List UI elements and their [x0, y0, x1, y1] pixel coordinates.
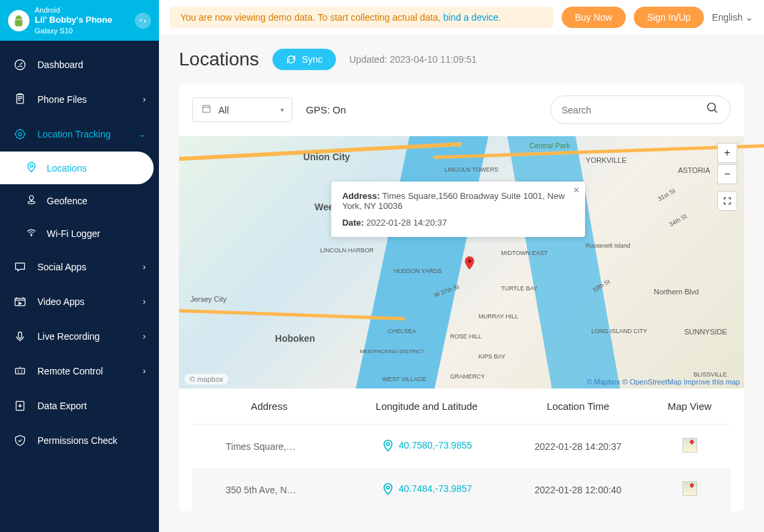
- wifi-icon: [25, 226, 37, 240]
- sync-button[interactable]: Sync: [272, 49, 336, 70]
- col-lonlat: Longitude and Latitude: [346, 388, 508, 425]
- table-header-row: Address Longitude and Latitude Location …: [192, 388, 731, 425]
- live-recording-icon: [13, 330, 27, 343]
- svg-rect-9: [15, 368, 24, 374]
- map-view-icon[interactable]: [683, 481, 697, 496]
- svg-rect-11: [203, 105, 210, 112]
- sidebar-subitem-geofence[interactable]: Geofence: [0, 184, 159, 217]
- map-label: LINCOLN HARBOR: [321, 247, 374, 254]
- demo-notice-post: .: [498, 12, 501, 23]
- remote-control-icon: [13, 364, 27, 378]
- permissions-check-icon: [13, 434, 27, 447]
- map-label: WEST VILLAGE: [383, 376, 427, 382]
- fullscreen-button[interactable]: [717, 191, 737, 211]
- sidebar-subitem-wifi-logger[interactable]: Wi-Fi Logger: [0, 217, 159, 250]
- map-view-icon[interactable]: [683, 438, 697, 453]
- location-pin-icon: [381, 482, 395, 497]
- popup-address-label: Address:: [342, 191, 379, 201]
- sidebar-item-phone-files[interactable]: Phone Files ›: [0, 82, 159, 117]
- page-header: Locations Sync Updated: 2023-04-10 11:09…: [179, 49, 744, 70]
- sidebar-item-label: Phone Files: [37, 94, 87, 105]
- chevron-right-icon: ›: [143, 366, 146, 376]
- map-label: 34th St: [668, 212, 688, 228]
- sidebar-item-video-apps[interactable]: Video Apps ›: [0, 284, 159, 319]
- attribution-mapbox-link[interactable]: © Mapbox: [586, 378, 620, 386]
- map[interactable]: Union City Central Park ASTORIA YORKVILL…: [179, 136, 744, 388]
- map-label: 31st St: [657, 188, 677, 203]
- table-row[interactable]: Times Square,… 40.7580,-73.9855 2022-01-…: [192, 425, 731, 469]
- device-swap-icon[interactable]: [135, 13, 151, 29]
- sidebar-item-data-export[interactable]: Data Export: [0, 388, 159, 423]
- cell-mapview[interactable]: [648, 468, 731, 511]
- search-box[interactable]: [550, 95, 731, 124]
- sidebar-subitem-label: Locations: [47, 163, 87, 174]
- demo-notice: You are now viewing demo data. To start …: [170, 7, 554, 28]
- map-label: LONG ISLAND CITY: [592, 328, 648, 334]
- device-name: Lil' Bobby's Phone: [35, 15, 130, 26]
- map-label: Northern Blvd: [654, 288, 699, 296]
- language-select[interactable]: English ⌄: [712, 12, 753, 23]
- chevron-down-icon: ⌄: [139, 129, 146, 139]
- dashboard-icon: [13, 58, 27, 71]
- mapbox-logo: © mapbox: [184, 374, 228, 384]
- attribution-osm-link[interactable]: © OpenStreetMap: [622, 378, 682, 386]
- sidebar-item-label: Social Apps: [37, 262, 86, 272]
- zoom-in-button[interactable]: +: [717, 143, 737, 163]
- device-info: Android Lil' Bobby's Phone Galaxy S10: [35, 5, 130, 35]
- table-row[interactable]: 350 5th Ave, N… 40.7484,-73.9857 2022-01…: [192, 468, 731, 511]
- sidebar-item-label: Permissions Check: [37, 435, 118, 446]
- sidebar-item-location-tracking[interactable]: Location Tracking ⌄: [0, 117, 159, 152]
- demo-notice-text: You are now viewing demo data. To start …: [180, 12, 443, 23]
- svg-point-15: [387, 486, 389, 489]
- map-label: Hoboken: [275, 333, 315, 344]
- sidebar-item-label: Data Export: [37, 401, 87, 411]
- phone-files-icon: [13, 93, 27, 106]
- sidebar-item-dashboard[interactable]: Dashboard: [0, 47, 159, 82]
- device-model: Galaxy S10: [35, 26, 130, 35]
- sidebar-item-remote-control[interactable]: Remote Control ›: [0, 354, 159, 388]
- sidebar-item-label: Location Tracking: [37, 129, 111, 140]
- sidebar-item-live-recording[interactable]: Live Recording ›: [0, 319, 159, 354]
- nav: Dashboard Phone Files › Location Trackin…: [0, 41, 159, 458]
- map-label: MEATPACKING DISTRICT: [360, 348, 424, 354]
- search-icon[interactable]: [706, 101, 719, 118]
- map-label: Union City: [303, 152, 350, 162]
- col-mapview: Map View: [648, 388, 731, 425]
- sidebar-subitem-label: Geofence: [47, 196, 87, 206]
- date-filter-dropdown[interactable]: All ▾: [192, 97, 293, 122]
- map-label: ASTORIA: [678, 166, 710, 174]
- sidebar-subitem-locations[interactable]: Locations: [0, 152, 154, 184]
- sidebar-item-social-apps[interactable]: Social Apps ›: [0, 250, 159, 284]
- map-label: KIPS BAY: [478, 353, 505, 360]
- top-banner: You are now viewing demo data. To start …: [159, 0, 764, 35]
- close-icon[interactable]: ✕: [573, 186, 580, 195]
- map-attribution: © Mapbox © OpenStreetMap Improve this ma…: [586, 378, 740, 386]
- map-label: LINCOLN TOWERS: [445, 166, 499, 173]
- geofence-icon: [25, 194, 37, 208]
- map-pin-icon[interactable]: [461, 255, 478, 271]
- gps-status: GPS: On: [306, 104, 346, 115]
- panel: All ▾ GPS: On Union City Central Park AS…: [179, 83, 744, 511]
- buy-now-button[interactable]: Buy Now: [562, 7, 626, 28]
- attribution-improve-link[interactable]: Improve this map: [684, 378, 740, 386]
- zoom-out-button[interactable]: −: [717, 164, 737, 184]
- sync-icon: [286, 54, 297, 65]
- sign-in-up-button[interactable]: Sign In/Up: [634, 7, 704, 28]
- cell-mapview[interactable]: [648, 425, 731, 469]
- updated-text: Updated: 2023-04-10 11:09:51: [349, 54, 477, 65]
- bind-device-link[interactable]: bind a device: [443, 12, 499, 23]
- svg-point-5: [28, 202, 35, 204]
- svg-point-13: [468, 259, 471, 262]
- map-label: MURRAY HILL: [478, 313, 518, 320]
- map-label: GRAMERCY: [450, 373, 485, 380]
- sidebar-subitem-label: Wi-Fi Logger: [47, 228, 100, 239]
- device-header[interactable]: Android Lil' Bobby's Phone Galaxy S10: [0, 0, 159, 41]
- chevron-right-icon: ›: [143, 297, 146, 306]
- sidebar-item-permissions-check[interactable]: Permissions Check: [0, 423, 159, 458]
- search-input[interactable]: [562, 105, 706, 115]
- map-popup: ✕ Address: Times Square,1560 Broadway Su…: [331, 182, 585, 237]
- sidebar-item-label: Dashboard: [37, 59, 83, 70]
- cell-coords[interactable]: 40.7580,-73.9855: [346, 425, 508, 469]
- cell-coords[interactable]: 40.7484,-73.9857: [346, 468, 508, 511]
- filter-value: All: [218, 105, 229, 115]
